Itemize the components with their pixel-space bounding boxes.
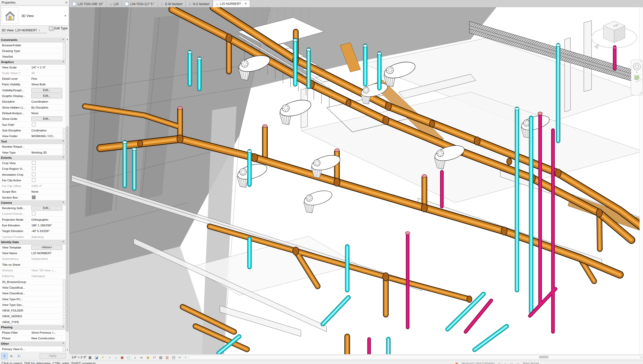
section-header-extents[interactable]: Extents»: [0, 155, 66, 160]
property-value[interactable]: 1/4" = 1'-0": [31, 66, 64, 69]
horizontal-scrollbar[interactable]: [189, 355, 641, 359]
property-row[interactable]: Sun Path: [0, 122, 66, 128]
property-row[interactable]: Far Clip Offset1000' 0": [0, 183, 66, 189]
scroll-right-icon[interactable]: ›: [641, 356, 642, 359]
sun-path-icon[interactable]: ☀: [100, 355, 106, 360]
scroll-up-icon[interactable]: ▲: [66, 38, 69, 41]
property-row[interactable]: Show Hidden Li...By Discipline: [0, 105, 66, 110]
property-row[interactable]: Primary View G...: [0, 346, 66, 352]
property-value[interactable]: [31, 161, 64, 165]
property-value[interactable]: None: [31, 112, 64, 115]
collapse-chevron-icon[interactable]: »: [61, 202, 65, 203]
edit-button[interactable]: Edit...: [31, 117, 62, 121]
checkbox[interactable]: [32, 196, 35, 199]
active-workset[interactable]: Workset1 (Not Editable): [462, 361, 494, 364]
properties-scrollbar[interactable]: ▲ ▼: [66, 38, 69, 352]
property-row[interactable]: Locked Orienta...: [0, 211, 66, 217]
property-row[interactable]: DisciplineCoordination: [0, 99, 66, 105]
associate-parameter-button[interactable]: [63, 347, 66, 351]
associate-parameter-button[interactable]: [63, 128, 66, 133]
property-row[interactable]: 00_BrowserGroup: [0, 279, 66, 285]
property-row[interactable]: Crop Region Vi...: [0, 166, 66, 172]
property-row[interactable]: Parts VisibilityShow Both: [0, 82, 66, 87]
checkbox[interactable]: [32, 161, 35, 165]
associate-parameter-button[interactable]: [63, 297, 66, 301]
property-value[interactable]: Working 3D: [31, 151, 64, 154]
collapse-chevron-icon[interactable]: »: [61, 326, 65, 327]
edit-button[interactable]: <None>: [31, 245, 62, 250]
property-row[interactable]: VIEW_SERIES: [0, 314, 66, 319]
section-header-text[interactable]: Text»: [0, 139, 66, 144]
property-row[interactable]: View Type-Pri...: [0, 296, 66, 302]
analytical-model-icon[interactable]: ▥: [164, 355, 170, 360]
property-value[interactable]: View "3D View: L...: [31, 269, 64, 272]
property-row[interactable]: Drawing Type: [0, 48, 66, 54]
edit-button[interactable]: Edit...: [31, 206, 62, 210]
edit-type-button[interactable]: Edit Type: [49, 26, 68, 30]
property-value[interactable]: <None>: [31, 245, 64, 250]
drawing-area[interactable]: TOP ✕ ▼ ▼ ⊖: [69, 7, 643, 354]
close-icon[interactable]: ✕: [640, 60, 642, 63]
property-value[interactable]: Show Previous +...: [31, 331, 64, 334]
property-value[interactable]: [31, 178, 64, 182]
property-row[interactable]: Phase FilterShow Previous +...: [0, 330, 66, 335]
property-value[interactable]: Cordination: [31, 129, 64, 132]
property-row[interactable]: Graphic Display...Edit...: [0, 93, 66, 99]
property-value[interactable]: olakingnyc: [31, 274, 64, 278]
properties-filter-icon[interactable]: ☰: [1, 353, 7, 359]
view-tab-l20-tos-296-10-[interactable]: L20-TOS=296' 10": [69, 1, 106, 7]
crop-region-icon[interactable]: ▢: [126, 355, 132, 360]
edit-button[interactable]: Edit...: [31, 94, 62, 98]
section-header-phasing[interactable]: Phasing»: [0, 325, 66, 330]
property-value[interactable]: [31, 123, 64, 127]
property-row[interactable]: BrowserFolder: [0, 42, 66, 48]
property-row[interactable]: VIEW_FOLDER: [0, 308, 66, 313]
property-row[interactable]: Visibility/Graph...Edit...: [0, 87, 66, 93]
view-tab-n-s-norbert[interactable]: ◇N-S Norbert: [186, 1, 213, 7]
property-row[interactable]: WorksetView "3D View: L...: [0, 268, 66, 273]
associate-parameter-button[interactable]: [63, 55, 66, 59]
property-row[interactable]: View Template<None>: [0, 245, 66, 250]
property-row[interactable]: Scope BoxNone: [0, 189, 66, 195]
property-row[interactable]: Crop View: [0, 160, 66, 166]
section-header-constraints[interactable]: Constraints»: [0, 38, 66, 42]
associate-parameter-button[interactable]: [63, 314, 66, 319]
chevron-down-icon[interactable]: ▼: [64, 14, 67, 17]
view-tab-l20-norbert[interactable]: ⌂L20 NORBERT✕: [213, 0, 250, 7]
property-row[interactable]: Camera PositionAdjusting: [0, 234, 66, 240]
property-value[interactable]: [31, 167, 64, 171]
associate-parameter-button[interactable]: [63, 291, 66, 296]
close-icon[interactable]: ✕: [65, 1, 68, 4]
scale-button[interactable]: 1/4" = 1'-0": [72, 356, 87, 359]
checkbox[interactable]: [32, 173, 35, 176]
sort-descending-icon[interactable]: Z↓: [16, 353, 22, 359]
property-value[interactable]: 1000' 0": [31, 184, 64, 188]
home-icon[interactable]: ⌂: [504, 361, 506, 364]
associate-parameter-button[interactable]: [63, 280, 66, 284]
minimize-icon[interactable]: ⊖: [640, 92, 642, 94]
property-value[interactable]: Orthographic: [31, 218, 64, 221]
collapse-chevron-icon[interactable]: »: [61, 241, 65, 242]
associate-parameter-button[interactable]: [63, 308, 66, 313]
design-option[interactable]: Main Model: [523, 361, 539, 364]
close-icon[interactable]: ✕: [244, 2, 247, 5]
property-row[interactable]: Section Box: [0, 195, 66, 200]
property-row[interactable]: Eye Elevation186' 1 185/256": [0, 223, 66, 228]
property-row[interactable]: View TypeWorking 3D: [0, 150, 66, 155]
associate-parameter-button[interactable]: [63, 134, 66, 138]
property-row[interactable]: Show GridsEdit...: [0, 116, 66, 122]
apply-button[interactable]: Apply: [40, 353, 66, 359]
property-row[interactable]: VIEW_TYPE: [0, 319, 66, 325]
view-tab-e-w-norbert[interactable]: ◇E-W Norbert: [158, 1, 186, 7]
property-value[interactable]: None: [31, 190, 64, 193]
collapse-chevron-icon[interactable]: »: [61, 39, 65, 40]
collapse-chevron-icon[interactable]: »: [61, 141, 65, 142]
collapse-chevron-icon[interactable]: »: [61, 61, 65, 62]
property-value[interactable]: L20 NORBERT: [31, 252, 64, 255]
section-header-graphics[interactable]: Graphics»: [0, 60, 66, 65]
property-value[interactable]: Edit...: [31, 88, 64, 93]
checkbox[interactable]: [32, 167, 35, 170]
checkbox[interactable]: [32, 212, 35, 215]
property-row[interactable]: Title on Sheet: [0, 262, 66, 268]
view-selector[interactable]: 3D View: L20 NORBERT: [2, 29, 37, 32]
